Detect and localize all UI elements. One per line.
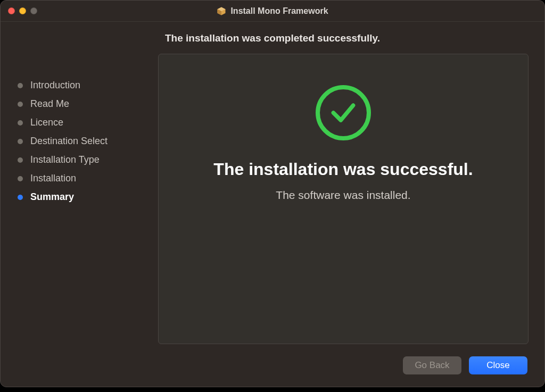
step-label: Licence [30, 117, 63, 128]
step-dot-icon [18, 195, 23, 200]
summary-panel: The installation was successful. The sof… [158, 54, 529, 344]
footer-buttons: Go Back Close [16, 355, 529, 376]
step-installation: Installation [18, 169, 146, 188]
step-dot-icon [18, 176, 23, 181]
success-subtext: The software was installed. [276, 189, 410, 202]
window-minimize-button[interactable] [19, 7, 26, 14]
step-label: Installation [30, 173, 76, 184]
step-read-me: Read Me [18, 95, 146, 113]
window-title: Install Mono Framework [230, 6, 328, 16]
package-icon [217, 6, 226, 16]
svg-marker-2 [218, 9, 222, 15]
page-subtitle: The installation was completed successfu… [16, 32, 529, 44]
step-installation-type: Installation Type [18, 151, 146, 169]
step-destination-select: Destination Select [18, 132, 146, 151]
step-dot-icon [18, 102, 23, 107]
titlebar: Install Mono Framework [1, 1, 544, 22]
close-button[interactable]: Close [469, 356, 527, 374]
step-label: Installation Type [30, 154, 100, 165]
step-label: Introduction [30, 80, 80, 91]
step-introduction: Introduction [18, 76, 146, 95]
svg-marker-0 [218, 7, 226, 15]
step-dot-icon [18, 120, 23, 126]
success-heading: The installation was successful. [203, 160, 483, 179]
step-summary: Summary [18, 188, 146, 206]
window-close-button[interactable] [8, 7, 15, 14]
step-label: Summary [30, 191, 74, 203]
window-zoom-button[interactable] [30, 7, 37, 14]
step-dot-icon [18, 139, 23, 144]
step-label: Read Me [30, 98, 69, 110]
traffic-lights [8, 7, 37, 14]
content-row: Introduction Read Me Licence Destination… [16, 54, 529, 344]
steps-sidebar: Introduction Read Me Licence Destination… [16, 54, 146, 344]
go-back-button[interactable]: Go Back [403, 356, 461, 374]
step-licence: Licence [18, 113, 146, 132]
success-check-icon [316, 85, 371, 140]
svg-marker-1 [218, 7, 226, 11]
step-label: Destination Select [30, 136, 108, 147]
step-dot-icon [18, 83, 23, 88]
step-dot-icon [18, 157, 23, 163]
window-title-group: Install Mono Framework [1, 1, 544, 21]
installer-window: Install Mono Framework The installation … [0, 0, 545, 387]
window-body: The installation was completed successfu… [1, 22, 544, 387]
